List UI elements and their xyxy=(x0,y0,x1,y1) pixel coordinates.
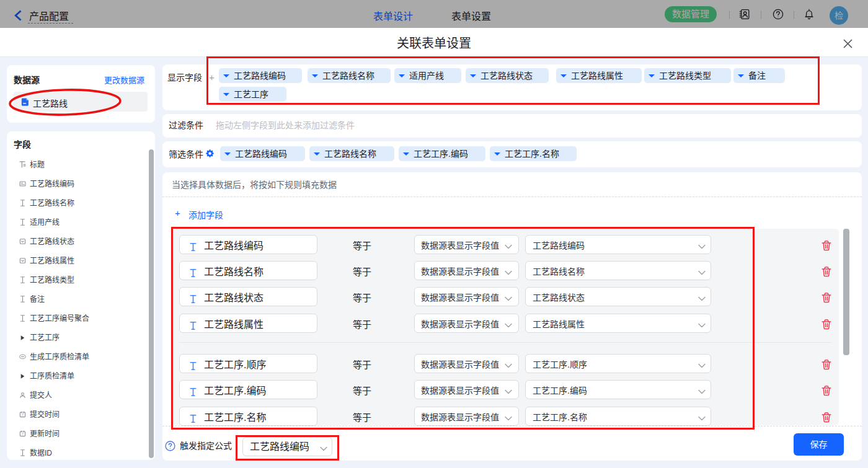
svg-text:7: 7 xyxy=(22,431,24,435)
svg-text:7: 7 xyxy=(22,412,24,416)
